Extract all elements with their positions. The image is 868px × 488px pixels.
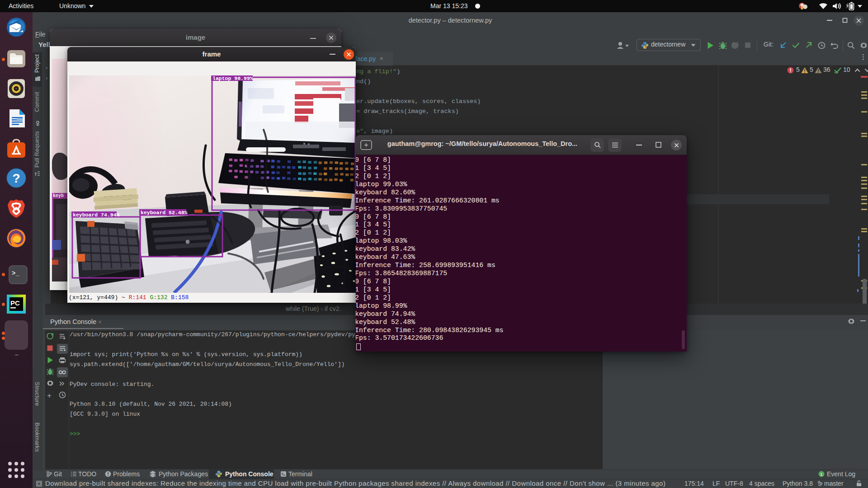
svg-text:>_: >_	[12, 270, 19, 277]
svg-text:PC: PC	[10, 299, 20, 307]
svg-text:1: 1	[820, 472, 822, 477]
svg-text:?: ?	[12, 171, 20, 185]
